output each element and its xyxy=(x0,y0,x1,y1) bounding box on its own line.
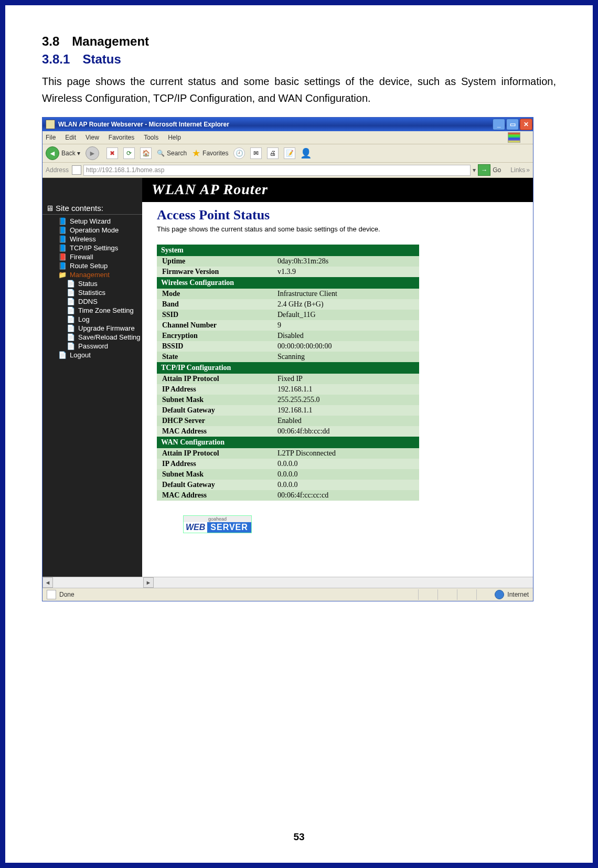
home-button[interactable]: 🏠 xyxy=(140,147,152,159)
table-row: Channel Number9 xyxy=(157,320,419,331)
scroll-right-icon[interactable]: ► xyxy=(143,577,154,588)
links-expand-icon[interactable]: » xyxy=(526,166,530,174)
nav-setup-wizard[interactable]: Setup Wizard xyxy=(46,217,142,226)
home-icon: 🖥 xyxy=(46,204,54,213)
minimize-button[interactable]: _ xyxy=(493,119,505,130)
page-icon xyxy=(67,315,75,323)
menu-favorites[interactable]: Favorites xyxy=(109,134,134,141)
row-key: Firmware Version xyxy=(157,267,272,277)
go-label: Go xyxy=(493,166,501,174)
nav-timezone[interactable]: Time Zone Setting xyxy=(46,306,142,315)
mail-button[interactable]: ✉ xyxy=(250,147,262,159)
search-button[interactable]: 🔍 Search xyxy=(157,150,187,157)
nav-route-setup[interactable]: Route Setup xyxy=(46,261,142,270)
refresh-button[interactable]: ⟳ xyxy=(123,147,135,159)
page-icon xyxy=(67,298,75,305)
history-button[interactable]: 🕘 xyxy=(233,147,245,159)
page-number: 53 xyxy=(5,831,593,843)
page-subtitle: This page shows the current status and s… xyxy=(157,225,522,233)
row-key: Attain IP Protocol xyxy=(157,374,272,384)
row-value: 00:06:4f:bb:cc:dd xyxy=(272,426,419,437)
messenger-button[interactable]: 👤 xyxy=(301,148,311,158)
print-button[interactable]: 🖨 xyxy=(267,147,279,159)
folder-open-icon xyxy=(58,271,67,279)
menu-file[interactable]: File xyxy=(46,134,56,141)
back-button[interactable]: ◄ Back ▾ xyxy=(46,146,80,160)
table-row: Attain IP ProtocolFixed IP xyxy=(157,374,419,384)
intro-paragraph: This page shows the current status and s… xyxy=(42,73,556,107)
row-value: 00:06:4f:cc:cc:cd xyxy=(272,490,419,501)
maximize-button[interactable]: ▭ xyxy=(506,119,519,130)
table-row: Subnet Mask0.0.0.0 xyxy=(157,469,419,480)
nav-upgrade-firmware[interactable]: Upgrade Firmware xyxy=(46,324,142,333)
nav-management[interactable]: Management xyxy=(46,270,142,279)
forward-button[interactable]: ► xyxy=(86,146,101,160)
nav-ddns[interactable]: DDNS xyxy=(46,297,142,306)
folder-icon xyxy=(58,244,67,252)
nav-tcpip[interactable]: TCP/IP Settings xyxy=(46,244,142,252)
table-row: Subnet Mask255.255.255.0 xyxy=(157,395,419,405)
go-button[interactable]: → xyxy=(478,164,490,176)
nav-password[interactable]: Password xyxy=(46,342,142,351)
table-row: SSIDDefault_11G xyxy=(157,310,419,320)
row-value: 2.4 GHz (B+G) xyxy=(272,299,419,310)
table-row: ModeInfrastructure Client xyxy=(157,289,419,299)
nav-save-reload[interactable]: Save/Reload Setting xyxy=(46,333,142,342)
edit-button[interactable]: 📝 xyxy=(284,147,295,159)
row-key: Subnet Mask xyxy=(157,469,272,480)
menu-tools[interactable]: Tools xyxy=(144,134,158,141)
favorites-button[interactable]: ★ Favorites xyxy=(192,147,228,159)
navigation-toolbar: ◄ Back ▾ ► ✖ ⟳ 🏠 🔍 Search ★ Favorites 🕘 … xyxy=(42,144,533,163)
page-icon xyxy=(58,351,67,359)
done-icon xyxy=(47,590,56,599)
row-key: IP Address xyxy=(157,459,272,469)
menu-bar: File Edit View Favorites Tools Help xyxy=(42,131,533,144)
scroll-left-icon[interactable]: ◄ xyxy=(42,577,53,588)
row-value: L2TP Disconnected xyxy=(272,448,419,459)
ie-logo-icon xyxy=(46,120,55,129)
badge-top: goahead xyxy=(184,516,251,522)
nav-status[interactable]: Status xyxy=(46,279,142,288)
windows-flag-icon xyxy=(508,132,520,143)
folder-icon xyxy=(58,226,67,234)
page-content: 🖥Site contents: Setup Wizard Operation M… xyxy=(42,178,533,577)
folder-icon xyxy=(58,235,67,243)
table-row: Firmware Versionv1.3.9 xyxy=(157,267,419,277)
forward-icon: ► xyxy=(86,146,99,160)
close-button[interactable]: ✕ xyxy=(520,119,532,130)
window-titlebar: WLAN AP Router Webserver - Microsoft Int… xyxy=(42,118,533,131)
row-value: Enabled xyxy=(272,416,419,426)
table-row: IP Address192.168.1.1 xyxy=(157,384,419,395)
product-banner: WLAN AP Router xyxy=(142,178,533,202)
nav-operation-mode[interactable]: Operation Mode xyxy=(46,226,142,235)
menu-edit[interactable]: Edit xyxy=(65,134,76,141)
page-icon xyxy=(67,280,75,288)
menu-help[interactable]: Help xyxy=(168,134,181,141)
table-row: DHCP ServerEnabled xyxy=(157,416,419,426)
nav-statistics[interactable]: Statistics xyxy=(46,288,142,297)
horizontal-scrollbar[interactable]: ◄ ► xyxy=(42,577,533,588)
table-row: Default Gateway0.0.0.0 xyxy=(157,480,419,490)
subsection-heading: 3.8.1 Status xyxy=(42,52,556,67)
table-row: Attain IP ProtocolL2TP Disconnected xyxy=(157,448,419,459)
address-input[interactable] xyxy=(83,165,471,176)
links-label[interactable]: Links xyxy=(510,166,525,174)
table-row: Default Gateway192.168.1.1 xyxy=(157,405,419,416)
address-dropdown-icon[interactable]: ▾ xyxy=(473,166,476,174)
nav-log[interactable]: Log xyxy=(46,315,142,324)
row-value: v1.3.9 xyxy=(272,267,419,277)
row-key: BSSID xyxy=(157,341,272,352)
row-key: Mode xyxy=(157,289,272,299)
nav-wireless[interactable]: Wireless xyxy=(46,235,142,244)
nav-firewall[interactable]: Firewall xyxy=(46,252,142,261)
address-bar: Address ▾ → Go Links » xyxy=(42,163,533,178)
row-key: Attain IP Protocol xyxy=(157,448,272,459)
row-value: Default_11G xyxy=(272,310,419,320)
row-key: Uptime xyxy=(157,256,272,267)
row-key: IP Address xyxy=(157,384,272,395)
row-value: 192.168.1.1 xyxy=(272,384,419,395)
menu-view[interactable]: View xyxy=(86,134,99,141)
nav-logout[interactable]: Logout xyxy=(46,351,142,359)
stop-button[interactable]: ✖ xyxy=(106,147,118,159)
zone-text: Internet xyxy=(507,591,529,598)
